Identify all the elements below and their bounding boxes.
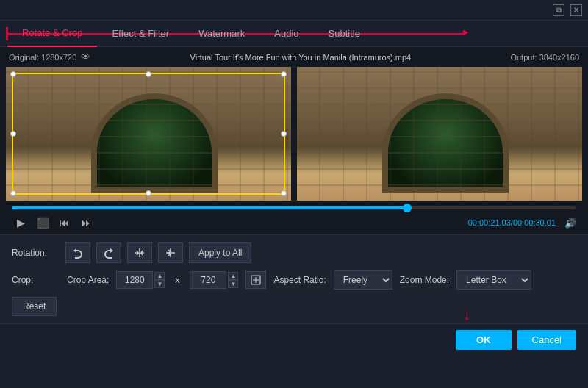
output-res: Output: 3840x2160 (510, 53, 579, 62)
width-input-group: ▲ ▼ (116, 271, 165, 289)
tab-audio[interactable]: Audio (259, 21, 313, 47)
flip-horizontal-button[interactable] (127, 242, 152, 263)
original-res: Original: 1280x720 (9, 53, 76, 62)
crop-handle-bottom-right[interactable] (281, 190, 287, 196)
rotate-left-button[interactable] (65, 242, 90, 263)
crop-handle-middle-right[interactable] (281, 131, 287, 137)
aspect-ratio-label: Aspect Ratio: (273, 275, 326, 285)
video-info-bar: Original: 1280x720 👁 Virtual Tour It's M… (6, 50, 582, 64)
current-time: 00:00:21.03 (468, 218, 511, 227)
total-time: 00:00:30.01 (513, 218, 556, 227)
tab-rotate-crop[interactable]: Rotate & Crop (7, 21, 97, 47)
apply-to-all-button[interactable]: Apply to All (189, 242, 251, 263)
height-down-button[interactable]: ▼ (228, 280, 238, 288)
progress-fill (12, 206, 407, 209)
controls-panel: Rotation: Apply to All Crop: Crop Area: (0, 234, 588, 323)
video-title: Virtual Tour It's More Fun with You in M… (90, 53, 510, 62)
height-spinners: ▲ ▼ (228, 272, 238, 288)
width-input[interactable] (116, 271, 153, 289)
crop-handle-bottom-middle[interactable] (146, 190, 151, 196)
action-bar: ↓ OK Cancel (0, 323, 588, 356)
crop-selection-box[interactable] (12, 73, 285, 195)
zoom-mode-label: Zoom Mode: (400, 275, 449, 285)
rotation-label: Rotation: (12, 248, 60, 258)
cancel-button[interactable]: Cancel (517, 330, 576, 350)
next-frame-button[interactable]: ⏭ (78, 214, 96, 231)
reset-button[interactable]: Reset (12, 297, 57, 316)
prev-frame-button[interactable]: ⏮ (56, 214, 74, 231)
stop-button[interactable]: ⬛ (34, 214, 51, 231)
rotate-right-button[interactable] (96, 242, 121, 263)
crop-label: Crop: (12, 275, 60, 285)
ok-arrow-indicator: ↓ (463, 306, 470, 323)
x-separator: x (172, 275, 182, 285)
tab-subtitle[interactable]: Subtitle (314, 21, 375, 47)
center-button[interactable] (245, 271, 266, 289)
restore-button[interactable]: ⧉ (553, 4, 564, 16)
play-button[interactable]: ▶ (12, 214, 29, 231)
flip-vertical-button[interactable] (158, 242, 183, 263)
window-controls: ⧉ ✕ (553, 4, 582, 16)
output-video-frame (297, 67, 582, 201)
ok-button[interactable]: OK (456, 330, 512, 350)
tab-bar: Rotate & Crop Effect & Filter Watermark … (0, 21, 588, 47)
crop-handle-top-right[interactable] (281, 71, 287, 77)
crop-row: Crop: Crop Area: ▲ ▼ x ▲ ▼ Aspect Ratio: (12, 270, 576, 290)
playback-controls-row: ▶ ⬛ ⏮ ⏭ 00:00:21.03/00:00:30.01 🔊 (12, 214, 576, 231)
eye-icon[interactable]: 👁 (81, 51, 90, 62)
crop-handle-middle-left[interactable] (10, 131, 16, 137)
width-spinners: ▲ ▼ (154, 272, 165, 288)
rotation-row: Rotation: Apply to All (12, 242, 576, 263)
video-area: Original: 1280x720 👁 Virtual Tour It's M… (0, 47, 588, 234)
progress-track[interactable] (12, 206, 576, 209)
title-bar: ⧉ ✕ (0, 0, 588, 21)
output-preview (297, 67, 582, 201)
width-down-button[interactable]: ▼ (154, 280, 165, 288)
crop-handle-top-left[interactable] (10, 71, 16, 77)
width-up-button[interactable]: ▲ (154, 272, 165, 280)
crop-handle-top-middle[interactable] (146, 71, 151, 77)
original-preview (6, 67, 291, 201)
crop-handle-bottom-left[interactable] (10, 190, 16, 196)
height-input[interactable] (190, 271, 226, 289)
zoom-mode-select[interactable]: Letter Box Pan & Scan Full (456, 270, 531, 290)
time-display: 00:00:21.03/00:00:30.01 (468, 218, 556, 227)
height-up-button[interactable]: ▲ (228, 272, 238, 280)
playback-bar: ▶ ⬛ ⏮ ⏭ 00:00:21.03/00:00:30.01 🔊 (6, 204, 582, 234)
aspect-ratio-select[interactable]: Freely 16:9 4:3 1:1 (334, 270, 392, 290)
crop-area-label: Crop Area: (67, 275, 109, 285)
height-input-group: ▲ ▼ (190, 271, 238, 289)
tab-effect-filter[interactable]: Effect & Filter (97, 21, 184, 47)
video-previews (6, 64, 582, 204)
close-button[interactable]: ✕ (570, 4, 582, 16)
original-video-frame (6, 67, 291, 201)
progress-thumb[interactable] (403, 204, 412, 212)
tab-watermark[interactable]: Watermark (184, 21, 259, 47)
volume-icon[interactable]: 🔊 (564, 218, 576, 229)
